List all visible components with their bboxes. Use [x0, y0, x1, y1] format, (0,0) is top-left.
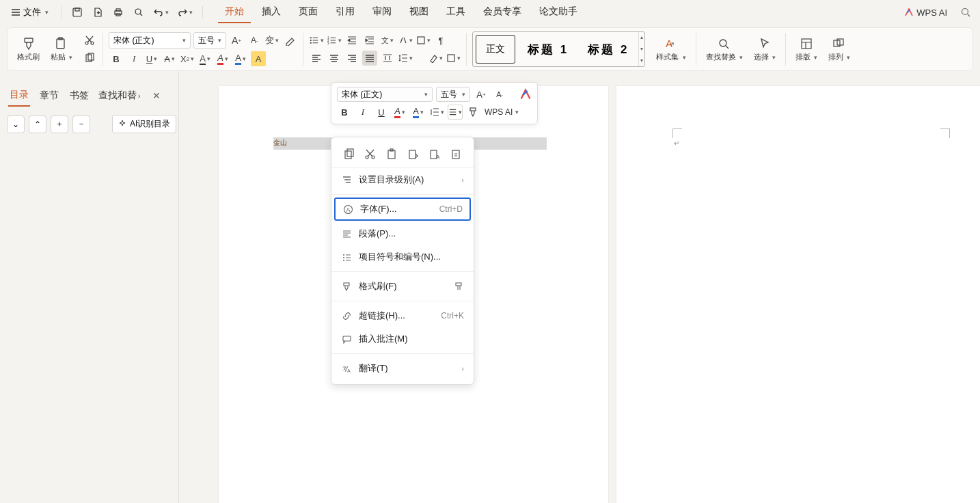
sort-icon[interactable]: ▾ [398, 33, 413, 48]
font-color-a-icon[interactable]: A▾ [198, 51, 213, 66]
ctx-paste-special-icon[interactable] [450, 147, 463, 161]
style-heading2[interactable]: 标题 2 [578, 32, 638, 66]
align-right-icon[interactable] [344, 51, 359, 66]
strike-icon[interactable]: A▾ [162, 51, 177, 66]
ctx-font[interactable]: A 字体(F)... Ctrl+D [334, 198, 471, 221]
border-icon[interactable]: ▾ [446, 51, 461, 66]
shading-icon[interactable]: ▾ [428, 51, 443, 66]
align-left-icon[interactable] [309, 51, 324, 66]
highlight-icon[interactable]: A▾ [215, 51, 230, 66]
float-bold-icon[interactable]: B [337, 105, 352, 120]
float-brush-icon[interactable] [466, 105, 481, 120]
float-size-combo[interactable]: 五号▾ [436, 87, 470, 102]
ctx-paragraph[interactable]: 段落(P)... [331, 222, 474, 245]
tab-insert[interactable]: 插入 [255, 1, 288, 23]
ctx-bullets[interactable]: 项目符号和编号(N)... [331, 245, 474, 269]
export-icon[interactable] [89, 3, 107, 21]
tab-view[interactable]: 视图 [403, 1, 435, 23]
style-zhengwen[interactable]: 正文 [476, 35, 515, 64]
ctx-hyperlink[interactable]: 超链接(H)... Ctrl+K [331, 304, 474, 327]
select-button[interactable]: 选择 ▾ [750, 36, 780, 64]
wps-ai-button[interactable]: WPS AI [904, 8, 947, 18]
ctx-set-toc-level[interactable]: 设置目录级别(A) › [331, 168, 474, 191]
styles-button[interactable]: Aᵃ 样式集 ▾ [652, 36, 690, 64]
bold-icon[interactable]: B [109, 51, 124, 66]
bullet-list-icon[interactable]: ▾ [309, 33, 324, 48]
float-font-combo[interactable]: 宋体 (正文)▾ [337, 87, 433, 102]
float-grow-font-icon[interactable]: A+ [474, 87, 489, 102]
superscript-icon[interactable]: X2▾ [180, 51, 195, 66]
line-spacing-icon[interactable]: ▾ [398, 51, 413, 66]
float-wps-ai-button[interactable]: WPS AI▾ [485, 105, 519, 120]
float-underline-icon[interactable]: U [374, 105, 389, 120]
shrink-font-icon[interactable]: A- [247, 33, 262, 48]
side-tab-bookmark[interactable]: 书签 [68, 85, 90, 106]
paste-button[interactable]: 粘贴 ▾ [46, 36, 77, 64]
find-replace-button[interactable]: 查找替换 ▾ [702, 36, 747, 64]
tab-tools[interactable]: 工具 [439, 1, 472, 23]
copy-icon[interactable] [82, 51, 97, 66]
tab-reference[interactable]: 引用 [329, 1, 362, 23]
print-icon[interactable] [109, 3, 127, 21]
float-list-icon[interactable]: ▾ [448, 105, 463, 120]
float-spacing-icon[interactable]: ▾ [429, 105, 444, 120]
ctx-paste-format-icon[interactable] [407, 147, 420, 161]
font-name-combo[interactable]: 宋体 (正文)▾ [109, 32, 191, 49]
ctx-paste-text-icon[interactable]: A [428, 147, 441, 161]
ctx-copy-icon[interactable] [342, 147, 355, 161]
style-heading1[interactable]: 标题 1 [518, 32, 578, 66]
grow-font-icon[interactable]: A+ [229, 33, 244, 48]
float-shrink-font-icon[interactable]: A- [492, 87, 507, 102]
search-icon[interactable] [957, 3, 975, 21]
collapse-up-icon[interactable]: ⌃ [29, 115, 46, 133]
tab-review[interactable]: 审阅 [366, 1, 398, 23]
add-icon[interactable]: ＋ [51, 115, 68, 133]
font-color-icon[interactable]: A▾ [233, 51, 248, 66]
number-list-icon[interactable]: 123▾ [327, 33, 342, 48]
page-2[interactable]: ↵ [616, 86, 980, 503]
remove-icon[interactable]: － [72, 115, 90, 133]
float-font-color-icon[interactable]: A▾ [411, 105, 426, 120]
float-italic-icon[interactable]: I [355, 105, 370, 120]
font-size-combo[interactable]: 五号▾ [193, 32, 226, 49]
side-tab-chapter[interactable]: 章节 [38, 85, 60, 106]
ctx-format-brush[interactable]: 格式刷(F) [331, 275, 474, 298]
decrease-indent-icon[interactable] [344, 33, 359, 48]
tab-home[interactable]: 开始 [218, 1, 251, 23]
tab-page[interactable]: 页面 [292, 1, 325, 23]
italic-icon[interactable]: I [126, 51, 141, 66]
style-scroll[interactable]: ▴▾▾ [638, 32, 644, 66]
align-center-icon[interactable] [327, 51, 342, 66]
ctx-cut-icon[interactable] [364, 147, 377, 161]
tab-thesis[interactable]: 论文助手 [532, 1, 584, 23]
ctx-translate[interactable]: 文A 翻译(T) › [331, 357, 474, 380]
cut-icon[interactable] [82, 33, 97, 48]
ctx-paste-icon[interactable] [385, 147, 398, 161]
underline-icon[interactable]: U▾ [144, 51, 159, 66]
symbol-icon[interactable]: ▾ [416, 33, 431, 48]
side-tab-find[interactable]: 查找和替› [98, 90, 140, 102]
tab-member[interactable]: 会员专享 [476, 1, 528, 23]
redo-button[interactable]: ▾ [174, 3, 195, 21]
increase-indent-icon[interactable] [362, 33, 377, 48]
close-icon[interactable]: ✕ [152, 90, 161, 101]
distribute-icon[interactable] [380, 51, 395, 66]
brush-pin-icon[interactable] [453, 281, 464, 292]
change-case-icon[interactable]: 变▾ [264, 33, 280, 48]
char-highlight-icon[interactable]: A [251, 51, 266, 66]
preview-icon[interactable] [130, 3, 148, 21]
save-icon[interactable] [68, 3, 86, 21]
undo-button[interactable]: ▾ [150, 3, 172, 21]
ctx-comment[interactable]: 插入批注(M) [331, 327, 474, 351]
ai-logo-icon[interactable] [519, 88, 532, 100]
align-justify-icon[interactable] [362, 51, 377, 66]
float-highlight-icon[interactable]: A▾ [392, 105, 407, 120]
file-menu-button[interactable]: 文件 ▾ [5, 3, 54, 21]
clear-format-icon[interactable] [282, 33, 297, 48]
side-tab-toc[interactable]: 目录 [8, 85, 30, 107]
ai-toc-button[interactable]: AI识别目录 [112, 115, 176, 133]
format-brush-button[interactable]: 格式刷 [13, 36, 44, 64]
arrange-button[interactable]: 排列 ▾ [824, 36, 854, 64]
show-marks-icon[interactable]: ¶ [433, 33, 448, 48]
text-direction-icon[interactable]: 文▾ [380, 33, 395, 48]
